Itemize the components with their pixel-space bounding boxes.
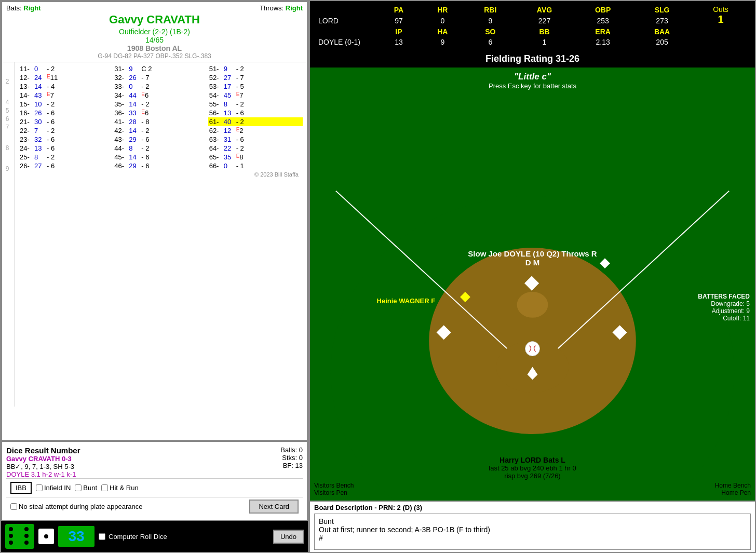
batter-overlay: Harry LORD Bats L last 25 ab bvg 240 ebh… (489, 456, 576, 480)
batter-name-score: LORD (315, 16, 377, 27)
entry-rest: - 2 (47, 100, 55, 108)
entry-num: 53- (209, 83, 224, 90)
no-steal-input[interactable] (10, 503, 17, 510)
entry-blue: 13 (224, 109, 236, 117)
col-ip: IP (377, 26, 420, 37)
outs-label: Outs1 (692, 4, 750, 26)
dice-display: 33 Computer Roll Dice Undo (1, 521, 308, 552)
card-entry: 33- 0- 2 (113, 82, 208, 91)
entry-blue: 22 (224, 144, 236, 152)
ibb-button[interactable]: IBB (10, 482, 32, 494)
card-entry: 14-43E 7 (19, 91, 113, 100)
team-name: 1908 Boston AL (6, 44, 303, 52)
card-entry: 64-22- 2 (208, 144, 303, 153)
entry-num: 22- (20, 127, 34, 134)
shortstop-overlay: Heinie WAGNER F (377, 297, 436, 305)
batters-faced-title: BATTERS FACED (698, 293, 750, 300)
dice-visual-left (5, 524, 34, 549)
card-entry: 34-44E 6 (113, 91, 208, 100)
card-entry: 51- 9- 2 (208, 64, 303, 73)
entry-blue: 28 (129, 118, 141, 126)
entry-blue: 17 (224, 83, 236, 90)
entry-enum: 2 (239, 127, 243, 134)
entry-rest: - 2 (236, 118, 244, 126)
pitcher-name-score: DOYLE (0-1) (315, 37, 377, 47)
board-description: Board Description - PRN: 2 (D) (3) Bunt … (310, 501, 755, 552)
entry-blue: 33 (129, 109, 141, 117)
card-entry: 52-27- 7 (208, 73, 303, 82)
hit-run-input[interactable] (101, 484, 108, 491)
entry-rest: - 7 (236, 74, 244, 82)
entry-blue: 9 (129, 65, 141, 73)
entry-blue: 40 (224, 118, 236, 126)
entry-e: E (236, 153, 240, 161)
entry-num: 14- (20, 91, 34, 99)
svg-point-5 (517, 292, 548, 318)
entry-rest: - 2 (236, 65, 244, 73)
pitcher-bb: 1 (516, 37, 573, 47)
pitcher-baa: 205 (632, 37, 692, 47)
entry-blue: 26 (129, 74, 141, 82)
pitcher-era: 2.13 (573, 37, 632, 47)
card-entry: 41-28- 8 (113, 117, 208, 126)
svg-point-10 (525, 342, 540, 356)
entry-rest: - 6 (47, 144, 55, 152)
entry-num: 44- (114, 144, 129, 152)
action-buttons: IBB Infield IN Bunt Hit & Run (6, 478, 303, 497)
downgrade-label: Downgrade: 5 (698, 300, 750, 307)
no-steal-row: No steal attempt during plate appearance… (6, 497, 303, 516)
no-steal-checkbox[interactable]: No steal attempt during plate appearance (10, 503, 143, 510)
hit-run-checkbox[interactable]: Hit & Run (101, 484, 139, 492)
pitcher-ha: 9 (420, 37, 465, 47)
board-desc-content: Bunt Out at first; runner to second; A-3… (314, 514, 751, 550)
die2-dot (44, 534, 48, 538)
entry-rest: - 6 (47, 162, 55, 170)
entry-blue: 10 (34, 100, 47, 108)
computer-roll-checkbox[interactable] (99, 533, 105, 540)
entry-enum: 7 (50, 91, 54, 99)
pitcher-ip: 13 (377, 37, 420, 47)
entry-blue: 43 (34, 91, 47, 99)
entry-num: 42- (114, 127, 129, 134)
card-entry: 32-26- 7 (113, 73, 208, 82)
entry-num: 62- (209, 127, 224, 134)
board-line1: Bunt (319, 517, 746, 525)
home-bench-overlay: Home Bench Home Pen (715, 482, 751, 496)
card-entry: 15-10- 2 (19, 100, 113, 109)
entry-rest: - 2 (47, 127, 55, 134)
entry-rest: - 2 (47, 153, 55, 161)
entry-rest: - 8 (141, 118, 149, 126)
bunt-input[interactable] (75, 484, 82, 491)
cutoff-label: Cutoff: 11 (698, 315, 750, 322)
entry-num: 65- (209, 153, 224, 161)
entry-rest: - 2 (236, 100, 244, 108)
visitors-bench: Visitors Bench (314, 482, 354, 489)
entry-blue: 12 (224, 127, 236, 134)
board-line2: Out at first; runner to second; A-3B PO-… (319, 525, 746, 534)
infield-in-checkbox[interactable]: Infield IN (36, 484, 71, 492)
card-entry: 25- 8- 2 (19, 153, 113, 161)
undo-button[interactable]: Undo (273, 530, 304, 544)
entry-rest: - 6 (236, 136, 244, 143)
entry-rest: - 6 (47, 136, 55, 143)
infield-in-input[interactable] (36, 484, 43, 491)
entry-blue: 29 (129, 136, 141, 143)
entry-rest: - 2 (141, 100, 149, 108)
card-column-col3: 51- 9- 252-27- 753-17- 554-45E 755- 8- 2… (208, 64, 303, 170)
card-entry: 46-29- 6 (113, 161, 208, 170)
entry-enum: 6 (145, 109, 148, 117)
next-card-button[interactable]: Next Card (249, 500, 299, 514)
batter-rbi: 9 (465, 16, 516, 27)
pitcher-name-field: Slow Joe DOYLE (10 Q2) Throws R (468, 249, 597, 258)
col-hr: HR (420, 4, 465, 16)
entry-num: 21- (20, 118, 34, 126)
stks-label: Stks: (282, 454, 297, 462)
card-column-col2: 31- 9C 232-26- 733- 0- 234-44E 635-14- 2… (113, 64, 208, 170)
entry-num: 25- (20, 153, 34, 161)
entry-num: 16- (20, 109, 34, 117)
bf-label: BF: (283, 462, 293, 469)
batter-stats-field: last 25 ab bvg 240 ebh 1 hr 0 (489, 464, 576, 472)
dice-title: Dice Result Number (6, 446, 80, 455)
bunt-checkbox[interactable]: Bunt (75, 484, 97, 492)
baseball-field: "Little c" Press Esc key for batter stat… (310, 68, 755, 501)
